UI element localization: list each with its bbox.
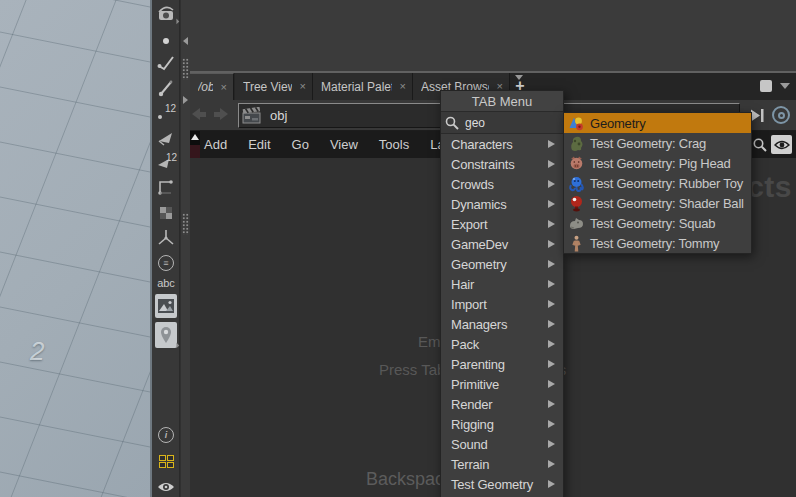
submenu-arrow-icon <box>548 280 555 288</box>
stowbar <box>181 0 190 497</box>
submenu-item-test-geometry-crag[interactable]: Test Geometry: Crag <box>564 133 751 153</box>
tab-close-icon[interactable]: × <box>400 81 406 92</box>
radial-target-icon[interactable] <box>772 106 790 124</box>
text-overlay-icon[interactable]: abc <box>155 272 177 294</box>
obj-context-icon <box>242 107 262 125</box>
stow-grip-handle[interactable] <box>182 213 189 235</box>
tab-menu-item-constraints[interactable]: Constraints <box>441 154 563 174</box>
visibility-eye-icon[interactable] <box>155 476 177 497</box>
tab-menu-item-import[interactable]: Import <box>441 294 563 314</box>
lasso-pen-icon[interactable] <box>155 76 177 98</box>
item-label: Test Geometry: Rubber Toy <box>590 176 743 191</box>
normals-flag-icon[interactable] <box>155 126 177 148</box>
submenu-arrow-icon <box>548 200 555 208</box>
submenu-arrow-icon <box>548 420 555 428</box>
item-label: Export <box>451 217 487 232</box>
visualizer-lines-glyph: ≡ <box>163 258 168 268</box>
display-options-eye-icon[interactable] <box>771 135 792 154</box>
tab-menu-item-geometry[interactable]: Geometry <box>441 254 563 274</box>
tab-obj[interactable]: /obj × <box>190 73 234 100</box>
tab-menu-item-rigging[interactable]: Rigging <box>441 414 563 434</box>
tab-menu-item-gamedev[interactable]: GameDev <box>441 234 563 254</box>
viewport-toolbar: 12 12 ≡ abc i <box>152 0 180 497</box>
submenu-item-test-geometry-squab[interactable]: Test Geometry: Squab <box>564 213 751 233</box>
tab-menu-item-test-geometry[interactable]: Test Geometry <box>441 474 563 494</box>
primitive-numbers-label: 12 <box>166 152 177 163</box>
item-label: Test Geometry <box>451 477 533 492</box>
primitive-numbers-icon[interactable]: 12 <box>155 151 177 173</box>
submenu-arrow-icon <box>548 140 555 148</box>
select-tool-icon[interactable] <box>155 30 177 52</box>
snapshot-icon[interactable] <box>155 294 177 318</box>
brush-select-icon[interactable] <box>155 52 177 74</box>
tab-close-icon[interactable]: × <box>300 81 306 92</box>
tab-menu-item-primitive[interactable]: Primitive <box>441 374 563 394</box>
item-label: Constraints <box>451 157 515 172</box>
map-pin-tool-icon[interactable] <box>155 322 177 348</box>
submenu-arrow-icon <box>548 220 555 228</box>
tab-menu-item-terrain[interactable]: Terrain <box>441 454 563 474</box>
submenu-item-test-geometry-pig-head[interactable]: Test Geometry: Pig Head <box>564 153 751 173</box>
stow-collapse-left-icon[interactable] <box>183 37 188 45</box>
pivot-handles-icon[interactable] <box>155 227 177 249</box>
point-numbers-icon[interactable]: 12 <box>155 101 177 123</box>
tab-menu-item-parenting[interactable]: Parenting <box>441 354 563 374</box>
stow-grip-handle[interactable] <box>182 58 189 80</box>
shader-ball-icon <box>568 195 585 212</box>
menu-edit[interactable]: Edit <box>248 137 270 152</box>
submenu-arrow-icon <box>548 400 555 408</box>
tab-tree-view[interactable]: Tree View × <box>235 73 313 100</box>
tab-material-palette[interactable]: Material Palette × <box>313 73 413 100</box>
menu-go[interactable]: Go <box>292 137 309 152</box>
pane-menu-caret-icon[interactable] <box>780 83 790 89</box>
tab-close-icon[interactable]: × <box>221 82 227 93</box>
submenu-arrow-icon <box>548 440 555 448</box>
submenu-item-test-geometry-rubber-toy[interactable]: Test Geometry: Rubber Toy <box>564 173 751 193</box>
tab-label: /obj <box>198 80 213 94</box>
network-search-icon[interactable] <box>752 137 768 157</box>
tab-menu-item-crowds[interactable]: Crowds <box>441 174 563 194</box>
back-button[interactable] <box>192 108 206 120</box>
point-numbers-label: 12 <box>165 103 176 114</box>
item-label: Import <box>451 297 487 312</box>
pane-maximize-icon[interactable] <box>760 80 772 92</box>
submenu-item-test-geometry-tommy[interactable]: Test Geometry: Tommy <box>564 233 751 253</box>
pig-head-icon <box>568 155 585 172</box>
tab-menu-item-pack[interactable]: Pack <box>441 334 563 354</box>
submenu-item-test-geometry-shader-ball[interactable]: Test Geometry: Shader Ball <box>564 193 751 213</box>
view-tool-icon[interactable] <box>155 2 177 24</box>
tab-menu-item-sound[interactable]: Sound <box>441 434 563 454</box>
menu-view[interactable]: View <box>330 137 358 152</box>
tab-menu-item-dynamics[interactable]: Dynamics <box>441 194 563 214</box>
submenu-item-geometry[interactable]: Geometry <box>564 113 751 133</box>
forward-button[interactable] <box>214 108 228 120</box>
tab-menu-item-managers[interactable]: Managers <box>441 314 563 334</box>
submenu-arrow-icon <box>548 240 555 248</box>
item-label: Geometry <box>590 116 645 131</box>
tab-menu-item-hair[interactable]: Hair <box>441 274 563 294</box>
tab-menu-item-render[interactable]: Render <box>441 394 563 414</box>
scene-viewport[interactable]: 2 <box>0 0 151 497</box>
tab-menu-item-characters[interactable]: Characters <box>441 134 563 154</box>
houdini-window: 2 12 12 <box>0 0 796 497</box>
visualizers-icon[interactable]: ≡ <box>155 252 177 274</box>
menu-tools[interactable]: Tools <box>379 137 409 152</box>
search-icon <box>445 116 459 130</box>
upper-pane[interactable] <box>190 0 796 71</box>
tab-menu-search-input[interactable]: geo <box>441 112 563 134</box>
item-label: Test Geometry: Tommy <box>590 236 719 251</box>
info-icon[interactable]: i <box>155 424 177 446</box>
menu-add[interactable]: Add <box>204 137 227 152</box>
tab-menu-popup: TAB Menu geo Characters Constraints Crow… <box>440 90 564 497</box>
desktop-grid-icon[interactable] <box>155 450 177 472</box>
measure-bracket-icon[interactable] <box>155 177 177 199</box>
submenu-arrow-icon <box>548 480 555 488</box>
tab-menu-item-export[interactable]: Export <box>441 214 563 234</box>
uv-checker-icon[interactable] <box>155 202 177 224</box>
menu-scroll-flag[interactable] <box>190 131 200 158</box>
submenu-arrow-icon <box>548 360 555 368</box>
geometry-icon <box>568 115 585 132</box>
stow-expand-right-icon[interactable] <box>183 96 188 104</box>
item-label: Pack <box>451 337 479 352</box>
item-label: Managers <box>451 317 507 332</box>
